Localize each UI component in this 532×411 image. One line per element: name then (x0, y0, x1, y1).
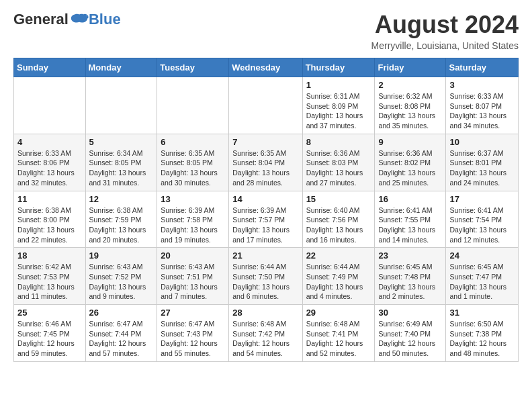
day-number: 5 (89, 137, 154, 147)
day-number: 24 (449, 250, 515, 261)
calendar-cell: 26Sunrise: 6:47 AM Sunset: 7:44 PM Dayli… (85, 305, 157, 362)
day-number: 27 (161, 308, 225, 318)
day-details: Sunrise: 6:38 AM Sunset: 7:59 PM Dayligh… (89, 205, 154, 245)
title-block: August 2024 Merryville, Louisiana, Unite… (371, 11, 519, 51)
calendar-cell: 16Sunrise: 6:41 AM Sunset: 7:55 PM Dayli… (375, 191, 446, 248)
calendar-cell: 3Sunrise: 6:33 AM Sunset: 8:07 PM Daylig… (446, 77, 519, 134)
column-header-tuesday: Tuesday (157, 58, 229, 77)
day-number: 29 (306, 308, 371, 318)
day-details: Sunrise: 6:31 AM Sunset: 8:09 PM Dayligh… (306, 91, 371, 131)
page-header: General Blue August 2024 Merryville, Lou… (13, 11, 519, 51)
day-details: Sunrise: 6:32 AM Sunset: 8:08 PM Dayligh… (378, 91, 442, 131)
calendar-week-row: 4Sunrise: 6:33 AM Sunset: 8:06 PM Daylig… (14, 134, 519, 191)
calendar-week-row: 1Sunrise: 6:31 AM Sunset: 8:09 PM Daylig… (14, 77, 519, 134)
day-details: Sunrise: 6:50 AM Sunset: 7:38 PM Dayligh… (449, 319, 515, 359)
calendar-cell: 29Sunrise: 6:48 AM Sunset: 7:41 PM Dayli… (302, 305, 375, 362)
day-details: Sunrise: 6:33 AM Sunset: 8:07 PM Dayligh… (449, 91, 515, 131)
calendar-cell: 8Sunrise: 6:36 AM Sunset: 8:03 PM Daylig… (302, 134, 375, 191)
day-details: Sunrise: 6:38 AM Sunset: 8:00 PM Dayligh… (17, 205, 82, 245)
calendar-cell: 15Sunrise: 6:40 AM Sunset: 7:56 PM Dayli… (302, 191, 375, 248)
month-year-title: August 2024 (371, 11, 519, 39)
calendar-cell: 4Sunrise: 6:33 AM Sunset: 8:06 PM Daylig… (14, 134, 86, 191)
calendar-cell: 13Sunrise: 6:39 AM Sunset: 7:58 PM Dayli… (157, 191, 229, 248)
day-details: Sunrise: 6:33 AM Sunset: 8:06 PM Dayligh… (17, 148, 82, 188)
day-number: 31 (449, 308, 515, 318)
calendar-cell: 27Sunrise: 6:47 AM Sunset: 7:43 PM Dayli… (157, 305, 229, 362)
logo-bird-icon (70, 13, 89, 26)
day-number: 23 (378, 250, 442, 261)
calendar-week-row: 11Sunrise: 6:38 AM Sunset: 8:00 PM Dayli… (14, 191, 519, 248)
day-details: Sunrise: 6:48 AM Sunset: 7:41 PM Dayligh… (306, 319, 371, 359)
calendar-table: SundayMondayTuesdayWednesdayThursdayFrid… (13, 58, 519, 362)
day-number: 15 (306, 194, 371, 204)
calendar-cell: 12Sunrise: 6:38 AM Sunset: 7:59 PM Dayli… (85, 191, 157, 248)
day-number: 20 (161, 250, 225, 261)
day-details: Sunrise: 6:36 AM Sunset: 8:02 PM Dayligh… (378, 148, 442, 188)
column-header-saturday: Saturday (446, 58, 519, 77)
calendar-cell: 11Sunrise: 6:38 AM Sunset: 8:00 PM Dayli… (14, 191, 86, 248)
calendar-cell: 28Sunrise: 6:48 AM Sunset: 7:42 PM Dayli… (229, 305, 302, 362)
column-header-monday: Monday (85, 58, 157, 77)
day-details: Sunrise: 6:44 AM Sunset: 7:50 PM Dayligh… (232, 262, 298, 302)
day-number: 25 (17, 308, 82, 318)
logo-blue-text: Blue (89, 11, 121, 28)
day-details: Sunrise: 6:40 AM Sunset: 7:56 PM Dayligh… (306, 205, 371, 245)
day-details: Sunrise: 6:35 AM Sunset: 8:05 PM Dayligh… (161, 148, 225, 188)
day-number: 28 (232, 308, 298, 318)
calendar-cell (229, 77, 302, 134)
day-details: Sunrise: 6:46 AM Sunset: 7:45 PM Dayligh… (17, 319, 82, 359)
calendar-cell: 14Sunrise: 6:39 AM Sunset: 7:57 PM Dayli… (229, 191, 302, 248)
day-number: 9 (378, 137, 442, 147)
calendar-week-row: 18Sunrise: 6:42 AM Sunset: 7:53 PM Dayli… (14, 248, 519, 305)
day-number: 8 (306, 137, 371, 147)
column-header-wednesday: Wednesday (229, 58, 302, 77)
day-number: 6 (161, 137, 225, 147)
day-number: 22 (306, 250, 371, 261)
column-header-sunday: Sunday (14, 58, 86, 77)
day-number: 1 (306, 80, 371, 90)
day-details: Sunrise: 6:39 AM Sunset: 7:58 PM Dayligh… (161, 205, 225, 245)
calendar-cell: 5Sunrise: 6:34 AM Sunset: 8:05 PM Daylig… (85, 134, 157, 191)
calendar-cell: 20Sunrise: 6:43 AM Sunset: 7:51 PM Dayli… (157, 248, 229, 305)
calendar-cell: 6Sunrise: 6:35 AM Sunset: 8:05 PM Daylig… (157, 134, 229, 191)
location-subtitle: Merryville, Louisiana, United States (371, 40, 519, 51)
calendar-cell: 2Sunrise: 6:32 AM Sunset: 8:08 PM Daylig… (375, 77, 446, 134)
day-details: Sunrise: 6:47 AM Sunset: 7:44 PM Dayligh… (89, 319, 154, 359)
day-number: 10 (449, 137, 515, 147)
calendar-cell: 31Sunrise: 6:50 AM Sunset: 7:38 PM Dayli… (446, 305, 519, 362)
day-number: 19 (89, 250, 154, 261)
calendar-cell: 17Sunrise: 6:41 AM Sunset: 7:54 PM Dayli… (446, 191, 519, 248)
calendar-cell: 25Sunrise: 6:46 AM Sunset: 7:45 PM Dayli… (14, 305, 86, 362)
calendar-cell: 7Sunrise: 6:35 AM Sunset: 8:04 PM Daylig… (229, 134, 302, 191)
day-number: 21 (232, 250, 298, 261)
day-details: Sunrise: 6:43 AM Sunset: 7:52 PM Dayligh… (89, 262, 154, 302)
day-details: Sunrise: 6:39 AM Sunset: 7:57 PM Dayligh… (232, 205, 298, 245)
day-number: 26 (89, 308, 154, 318)
day-details: Sunrise: 6:45 AM Sunset: 7:48 PM Dayligh… (378, 262, 442, 302)
column-header-thursday: Thursday (302, 58, 375, 77)
day-number: 2 (378, 80, 442, 90)
day-number: 18 (17, 250, 82, 261)
day-number: 4 (17, 137, 82, 147)
day-number: 17 (449, 194, 515, 204)
day-number: 12 (89, 194, 154, 204)
day-details: Sunrise: 6:37 AM Sunset: 8:01 PM Dayligh… (449, 148, 515, 188)
calendar-cell: 18Sunrise: 6:42 AM Sunset: 7:53 PM Dayli… (14, 248, 86, 305)
day-number: 14 (232, 194, 298, 204)
day-details: Sunrise: 6:47 AM Sunset: 7:43 PM Dayligh… (161, 319, 225, 359)
day-details: Sunrise: 6:35 AM Sunset: 8:04 PM Dayligh… (232, 148, 298, 188)
calendar-header-row: SundayMondayTuesdayWednesdayThursdayFrid… (14, 58, 519, 77)
logo: General Blue (13, 11, 121, 28)
day-details: Sunrise: 6:43 AM Sunset: 7:51 PM Dayligh… (161, 262, 225, 302)
calendar-week-row: 25Sunrise: 6:46 AM Sunset: 7:45 PM Dayli… (14, 305, 519, 362)
calendar-cell: 23Sunrise: 6:45 AM Sunset: 7:48 PM Dayli… (375, 248, 446, 305)
day-number: 16 (378, 194, 442, 204)
calendar-cell (157, 77, 229, 134)
calendar-cell (85, 77, 157, 134)
day-details: Sunrise: 6:42 AM Sunset: 7:53 PM Dayligh… (17, 262, 82, 302)
day-details: Sunrise: 6:48 AM Sunset: 7:42 PM Dayligh… (232, 319, 298, 359)
calendar-cell: 21Sunrise: 6:44 AM Sunset: 7:50 PM Dayli… (229, 248, 302, 305)
day-number: 7 (232, 137, 298, 147)
calendar-cell (14, 77, 86, 134)
calendar-cell: 19Sunrise: 6:43 AM Sunset: 7:52 PM Dayli… (85, 248, 157, 305)
